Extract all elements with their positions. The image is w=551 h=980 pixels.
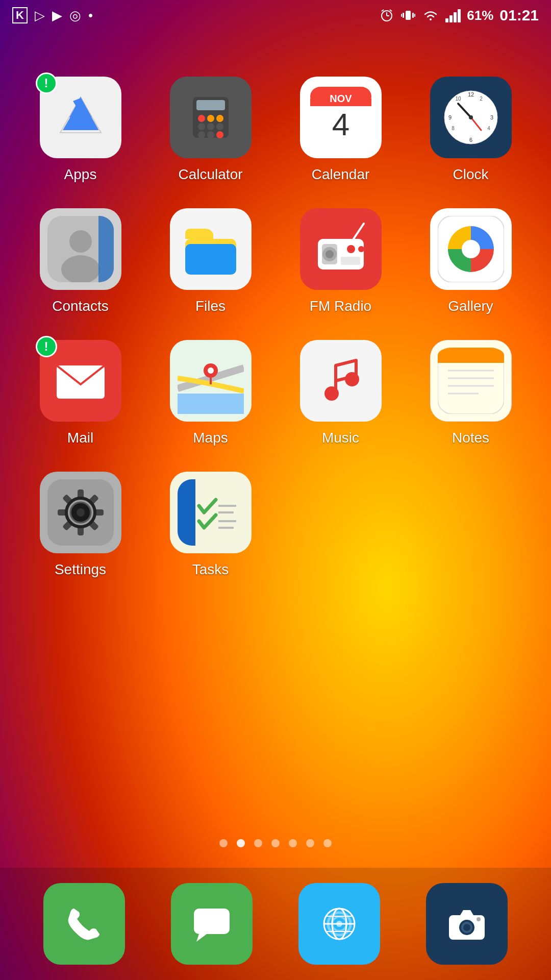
status-bar: K ▷ ▶ ◎ • (0, 0, 551, 31)
apps-label: Apps (64, 166, 97, 183)
settings-label: Settings (55, 561, 106, 578)
dot-4[interactable] (271, 839, 280, 847)
svg-point-118 (336, 921, 342, 927)
files-label: Files (195, 298, 226, 314)
svg-text:3: 3 (490, 114, 493, 120)
contacts-icon (40, 208, 121, 290)
svg-text:6: 6 (469, 137, 472, 143)
app-item-apps[interactable]: A Apps (15, 66, 145, 198)
svg-rect-74 (178, 394, 244, 414)
music-label: Music (322, 430, 359, 446)
vibrate-icon (400, 8, 416, 23)
svg-point-30 (198, 131, 205, 138)
app-item-maps[interactable]: Maps (145, 330, 276, 461)
dock-item-browser[interactable] (298, 883, 380, 965)
dot-2[interactable] (237, 839, 245, 847)
mail-notification-badge (36, 336, 57, 357)
phone-icon (43, 883, 125, 965)
svg-rect-10 (445, 18, 448, 22)
gallery-label: Gallery (448, 298, 493, 314)
maps-label: Maps (193, 430, 228, 446)
dot-3[interactable] (254, 839, 262, 847)
svg-rect-9 (414, 14, 415, 17)
svg-line-3 (382, 10, 384, 11)
svg-text:4: 4 (487, 126, 490, 131)
svg-text:2: 2 (480, 96, 483, 102)
dock (0, 868, 551, 980)
svg-rect-11 (449, 15, 453, 22)
svg-rect-87 (438, 355, 504, 363)
app-item-calendar[interactable]: NOV 4 Calendar (276, 66, 406, 198)
dot-5[interactable] (289, 839, 297, 847)
messages-icon (171, 883, 253, 965)
calendar-label: Calendar (312, 166, 370, 183)
fmradio-label: FM Radio (310, 298, 371, 314)
app-item-fmradio[interactable]: FM Radio (276, 198, 406, 330)
status-left-icons: K ▷ ▶ ◎ • (12, 7, 93, 23)
battery-percentage: 61% (467, 8, 493, 23)
app-item-files[interactable]: Files (145, 198, 276, 330)
app-item-contacts[interactable]: Contacts (15, 198, 145, 330)
app-item-music[interactable]: Music (276, 330, 406, 461)
svg-point-27 (198, 123, 205, 130)
signal-icon (445, 8, 461, 22)
svg-rect-67 (341, 257, 360, 265)
camera-icon (426, 883, 508, 965)
app-item-notes[interactable]: Notes (406, 330, 536, 461)
svg-point-63 (325, 250, 334, 258)
app-item-calculator[interactable]: Calculator (145, 66, 276, 198)
svg-point-79 (324, 386, 339, 401)
dot-6[interactable] (306, 839, 314, 847)
clock-time: 01:21 (499, 7, 539, 24)
gallery-icon (430, 208, 512, 290)
dock-item-phone[interactable] (43, 883, 125, 965)
app-item-settings[interactable]: Settings (15, 461, 145, 593)
app-item-gallery[interactable]: Gallery (406, 198, 536, 330)
settings-icon (40, 472, 121, 553)
svg-rect-12 (454, 12, 457, 22)
app-item-clock[interactable]: 12 3 6 9 10 2 4 8 Clock (406, 66, 536, 198)
dot-icon: • (88, 8, 93, 23)
mail-label: Mail (67, 430, 93, 446)
calculator-icon (170, 77, 252, 158)
play-icon-1: ▷ (35, 8, 45, 23)
svg-point-69 (462, 240, 480, 258)
dot-7[interactable] (323, 839, 332, 847)
app-item-tasks[interactable]: Tasks (145, 461, 276, 593)
notes-label: Notes (452, 430, 489, 446)
status-right-icons: 61% 01:21 (379, 7, 539, 24)
dot-1[interactable] (219, 839, 228, 847)
app-item-mail[interactable]: Mail (15, 330, 145, 461)
dock-item-camera[interactable] (426, 883, 508, 965)
svg-rect-8 (401, 14, 402, 17)
svg-point-80 (345, 372, 359, 386)
svg-rect-6 (403, 13, 404, 18)
calculator-label: Calculator (178, 166, 242, 183)
svg-point-52 (69, 230, 92, 253)
alarm-icon (379, 8, 394, 23)
svg-text:A: A (67, 96, 93, 136)
svg-rect-23 (196, 100, 225, 110)
svg-rect-7 (412, 13, 414, 18)
svg-point-101 (77, 508, 85, 517)
svg-point-26 (216, 115, 223, 122)
svg-point-123 (477, 917, 481, 921)
svg-point-28 (207, 123, 214, 130)
app-grid: A Apps (0, 46, 551, 603)
clock-label: Clock (453, 166, 488, 183)
svg-point-29 (216, 123, 223, 130)
svg-point-50 (469, 115, 473, 119)
svg-marker-110 (196, 934, 207, 942)
dock-item-messages[interactable] (171, 883, 253, 965)
contacts-label: Contacts (52, 298, 109, 314)
tasks-label: Tasks (192, 561, 229, 578)
svg-point-64 (347, 245, 355, 253)
svg-text:10: 10 (455, 96, 461, 102)
calendar-icon: NOV 4 (300, 77, 382, 158)
svg-text:NOV: NOV (330, 93, 352, 104)
svg-text:4: 4 (332, 107, 349, 142)
notes-icon (430, 340, 512, 422)
sound-icon: ◎ (69, 8, 81, 23)
svg-point-25 (207, 115, 214, 122)
page-dots (0, 839, 551, 847)
